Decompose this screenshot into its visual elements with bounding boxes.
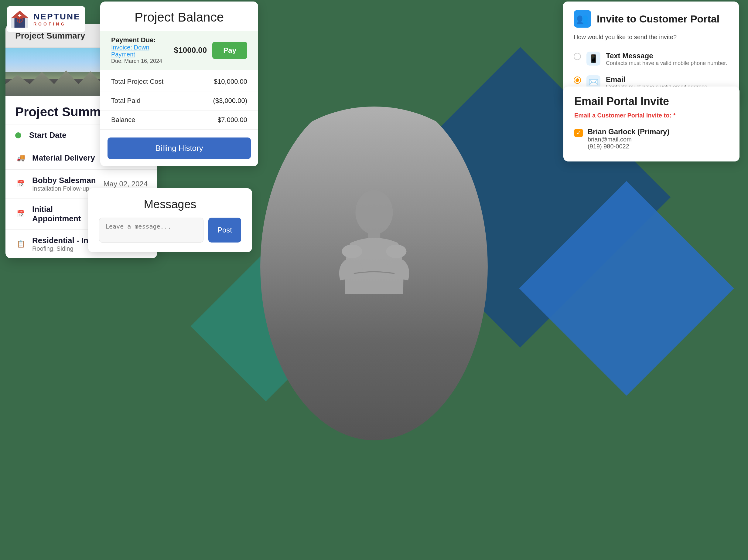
invite-header: 👥 Invite to Customer Portal xyxy=(574,10,728,28)
text-option-desc: Contacts must have a valid mobile phone … xyxy=(606,60,727,67)
contact-details: Brian Garlock (Primary) brian@mail.com (… xyxy=(588,127,669,150)
total-paid-row: Total Paid ($3,000.00) xyxy=(100,91,258,111)
logo-tagline: ROOFING xyxy=(33,22,80,26)
due-date: Due: March 16, 2024 xyxy=(111,58,162,64)
contact-phone: (919) 980-0022 xyxy=(588,143,669,150)
balance-label: Balance xyxy=(111,116,136,124)
email-portal-card: Email Portal Invite Email a Customer Por… xyxy=(563,87,740,162)
calendar-icon-apt: 📅 xyxy=(15,209,26,219)
total-project-cost-row: Total Project Cost $10,000.00 xyxy=(100,72,258,91)
invite-subtitle: How would you like to send the invite? xyxy=(574,34,728,41)
balance-rows: Total Project Cost $10,000.00 Total Paid… xyxy=(100,70,258,132)
initial-apt-label: Initial Appointment xyxy=(32,204,91,223)
bobby-label: Bobby Salesman xyxy=(32,176,97,185)
total-cost-value: $10,000.00 xyxy=(214,78,247,86)
post-button[interactable]: Post xyxy=(208,218,241,243)
messages-input[interactable] xyxy=(99,218,204,243)
logo-name: NEPTUNE xyxy=(33,12,80,22)
invite-option-text[interactable]: 📱 Text Message Contacts must have a vali… xyxy=(574,47,728,71)
contact-email: brian@mail.com xyxy=(588,136,669,143)
start-date-dot-icon xyxy=(15,132,21,139)
truck-icon: 🚚 xyxy=(15,152,26,163)
payment-due-amount: $1000.00 xyxy=(174,46,207,55)
pb-title: Project Balance xyxy=(111,10,247,25)
total-cost-label: Total Project Cost xyxy=(111,78,163,86)
total-paid-value: ($3,000.00) xyxy=(213,97,247,105)
svg-point-0 xyxy=(355,190,393,234)
messages-title: Messages xyxy=(99,198,241,211)
billing-history-button[interactable]: Billing History xyxy=(108,138,251,159)
email-radio[interactable] xyxy=(574,76,581,84)
email-portal-label: Email a Customer Portal Invite to: * xyxy=(574,112,729,119)
contact-row: ✓ Brian Garlock (Primary) brian@mail.com… xyxy=(574,124,729,153)
invite-icon: 👥 xyxy=(574,10,591,28)
neptune-logo: NEPTUNE ROOFING xyxy=(7,6,85,32)
invoice-link[interactable]: Invoice: Down Payment xyxy=(111,44,174,58)
project-balance-card: Project Balance Payment Due: Invoice: Do… xyxy=(100,1,258,166)
material-delivery-label: Material Delivery xyxy=(32,153,97,163)
messages-input-row: Post xyxy=(99,218,241,243)
contact-name: Brian Garlock (Primary) xyxy=(588,127,669,136)
balance-row: Balance $7,000.00 xyxy=(100,111,258,129)
required-marker: * xyxy=(673,112,676,119)
text-option-label: Text Message xyxy=(606,52,727,60)
bobby-date: May 02, 2024 xyxy=(103,180,147,188)
hero-image xyxy=(256,106,493,440)
calendar-icon-bobby: 📅 xyxy=(15,178,26,189)
messages-card: Messages Post xyxy=(88,188,252,252)
email-portal-title: Email Portal Invite xyxy=(574,95,729,108)
contact-checkbox[interactable]: ✓ xyxy=(574,129,583,137)
payment-due-row: Payment Due: Invoice: Down Payment Due: … xyxy=(100,31,258,70)
balance-value: $7,000.00 xyxy=(217,116,247,124)
text-radio[interactable] xyxy=(574,53,581,60)
text-message-icon: 📱 xyxy=(586,52,601,66)
document-icon: 📋 xyxy=(15,239,26,249)
total-paid-label: Total Paid xyxy=(111,97,141,105)
bobby-sublabel: Installation Follow-up xyxy=(32,185,97,192)
svg-point-3 xyxy=(386,244,406,258)
svg-point-2 xyxy=(342,244,362,258)
pay-button[interactable]: Pay xyxy=(212,42,247,59)
payment-due-label: Payment Due: xyxy=(111,36,156,44)
invite-title: Invite to Customer Portal xyxy=(597,13,720,25)
email-option-label: Email xyxy=(606,75,708,84)
ps-header-title: Project Summary xyxy=(15,31,85,40)
